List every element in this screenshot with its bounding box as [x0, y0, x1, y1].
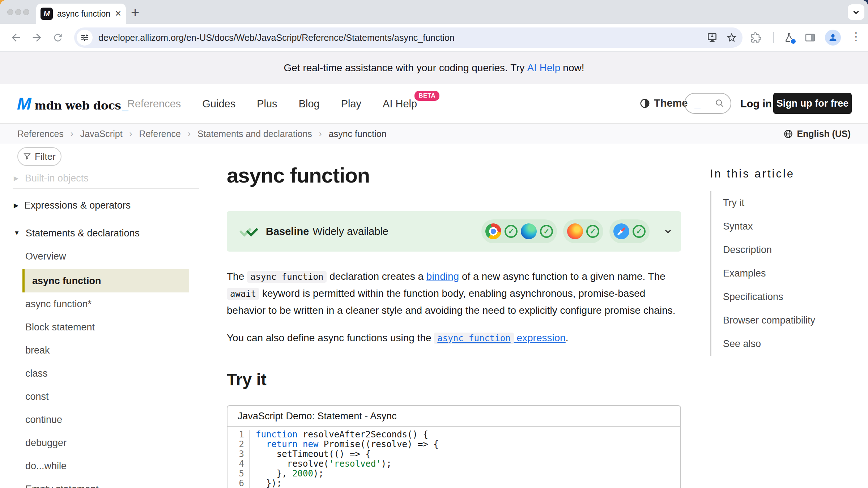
profile-button[interactable]: [825, 30, 841, 46]
sidebar-item-built-in-objects[interactable]: ▶ Built-in objects: [13, 172, 199, 185]
async-function-expression-link[interactable]: async function expression: [434, 332, 565, 343]
forward-button[interactable]: [30, 31, 43, 44]
extensions-button[interactable]: [749, 31, 762, 44]
code-editor[interactable]: 1 function resolveAfter2Seconds() { 2 re…: [227, 427, 680, 488]
tab-title: async function - JavaScript |: [57, 9, 111, 19]
sidebar-item-overview[interactable]: Overview: [13, 249, 199, 264]
language-label: English (US): [797, 129, 851, 139]
mdn-logo-wordmark: mdn web docs: [34, 99, 121, 112]
code-line: 3 setTimeout(() => {: [227, 449, 680, 459]
login-link[interactable]: Log in: [740, 98, 772, 110]
code-line: 2 return new Promise((resolve) => {: [227, 440, 680, 449]
plain: [298, 439, 303, 449]
minimize-window-button[interactable]: [15, 9, 21, 15]
search-input[interactable]: _: [684, 93, 731, 114]
browser-menu-button[interactable]: ⋮: [851, 30, 861, 43]
ai-help-link[interactable]: AI Help: [527, 62, 561, 74]
sidebar-item-async-function-active[interactable]: async function: [22, 269, 189, 292]
baseline-expand-button[interactable]: [663, 226, 673, 236]
breadcrumb-item-statements[interactable]: Statements and declarations: [197, 129, 312, 139]
code-line: 1 function resolveAfter2Seconds() {: [227, 430, 680, 440]
sidebar-item-empty-statement[interactable]: Empty statement: [13, 478, 199, 488]
tab-search-button[interactable]: [848, 4, 864, 20]
theme-label: Theme: [654, 97, 688, 109]
code-text: resolve('resolved');: [250, 459, 392, 469]
code-text: function resolveAfter2Seconds() {: [250, 430, 428, 440]
sidebar-item-continue[interactable]: continue: [13, 408, 199, 431]
toc-item-specifications[interactable]: Specifications: [723, 285, 862, 309]
sidebar-item-block-statement[interactable]: Block statement: [13, 316, 199, 339]
nav-references[interactable]: References: [127, 98, 181, 110]
new-tab-button[interactable]: +: [131, 5, 139, 20]
profile-avatar-icon: [828, 33, 838, 43]
toc-item-try-it[interactable]: Try it: [723, 191, 862, 215]
breadcrumb-item-javascript[interactable]: JavaScript: [80, 129, 123, 139]
keyword: return: [266, 439, 298, 449]
filter-button[interactable]: Filter: [17, 147, 61, 166]
site-header: M mdn web docs _ References Guides Plus …: [0, 84, 868, 123]
site-controls-icon: [80, 33, 89, 42]
sidebar-item-break[interactable]: break: [13, 339, 199, 362]
sidebar-group-label: Expressions & operators: [24, 200, 131, 211]
code-text: });: [250, 479, 282, 488]
nav-guides[interactable]: Guides: [202, 98, 235, 110]
nav-ai-help-label: AI Help: [383, 98, 417, 110]
zoom-window-button[interactable]: [23, 9, 29, 15]
toc-item-description[interactable]: Description: [723, 238, 862, 262]
toc-item-see-also[interactable]: See also: [723, 332, 862, 356]
nav-blog[interactable]: Blog: [299, 98, 320, 110]
code-chip: await: [227, 288, 259, 300]
toc-item-examples[interactable]: Examples: [723, 262, 862, 285]
url-text[interactable]: developer.allizom.org/en-US/docs/Web/Jav…: [98, 33, 698, 43]
text: declaration creates a: [327, 271, 426, 282]
link-text: expression: [514, 332, 566, 343]
check-circle-icon: ✓: [586, 225, 599, 238]
mdn-logo-m: M: [15, 94, 33, 114]
tab-strip: M async function - JavaScript | ✕ +: [0, 0, 868, 24]
close-window-button[interactable]: [7, 9, 13, 15]
triangle-down-icon: ▼: [14, 230, 20, 237]
plain: },: [256, 468, 292, 479]
line-number: 4: [227, 459, 250, 469]
signup-button[interactable]: Sign up for free: [773, 93, 852, 114]
tab-close-icon[interactable]: ✕: [115, 9, 122, 18]
binding-link[interactable]: binding: [426, 271, 459, 282]
string-literal: 'resolved': [329, 459, 381, 469]
language-switcher[interactable]: English (US): [783, 129, 851, 139]
nav-play[interactable]: Play: [341, 98, 361, 110]
breadcrumb: References › JavaScript › Reference › St…: [0, 123, 868, 144]
theme-switcher[interactable]: Theme: [639, 97, 688, 109]
back-button[interactable]: [9, 31, 22, 44]
bookmark-button[interactable]: [726, 32, 737, 43]
back-arrow-icon: [10, 31, 22, 44]
mdn-favicon-icon: M: [41, 8, 53, 20]
promo-banner: Get real-time assistance with your codin…: [0, 52, 868, 84]
toc-item-syntax[interactable]: Syntax: [723, 215, 862, 238]
sidebar-item-do-while[interactable]: do...while: [13, 454, 199, 478]
breadcrumb-item-reference[interactable]: Reference: [139, 129, 181, 139]
mdn-logo[interactable]: M mdn web docs _: [17, 94, 128, 114]
sidebar-group-statements[interactable]: ▼ Statements & declarations: [13, 226, 199, 240]
nav-ai-help[interactable]: AI Help BETA: [383, 98, 417, 110]
toc-item-browser-compatibility[interactable]: Browser compatibility: [723, 309, 862, 332]
browser-tab[interactable]: M async function - JavaScript | ✕: [36, 4, 126, 24]
safari-icon: [613, 223, 629, 239]
sidebar-group-expressions[interactable]: ▶ Expressions & operators: [13, 198, 199, 213]
nav-plus[interactable]: Plus: [257, 98, 277, 110]
sidebar-item-class[interactable]: class: [13, 362, 199, 385]
sidebar-divider: [13, 188, 199, 189]
breadcrumb-item-references[interactable]: References: [17, 129, 64, 139]
sidebar-item-debugger[interactable]: debugger: [13, 431, 199, 454]
baseline-status: Widely available: [312, 226, 388, 237]
reload-button[interactable]: [51, 31, 64, 44]
site-settings-button[interactable]: [77, 30, 93, 46]
url-bar[interactable]: developer.allizom.org/en-US/docs/Web/Jav…: [74, 27, 743, 48]
experiments-button[interactable]: [783, 31, 796, 44]
sidebar-item-async-function-star[interactable]: async function*: [13, 292, 199, 316]
install-app-button[interactable]: [706, 32, 718, 43]
side-panel-button[interactable]: [804, 31, 817, 44]
sidebar-item-const[interactable]: const: [13, 385, 199, 408]
browser-support-icons: ✓ ✓ ✓ ✓: [481, 219, 673, 243]
second-paragraph: You can also define async functions usin…: [227, 330, 681, 347]
search-icon: [715, 98, 725, 108]
